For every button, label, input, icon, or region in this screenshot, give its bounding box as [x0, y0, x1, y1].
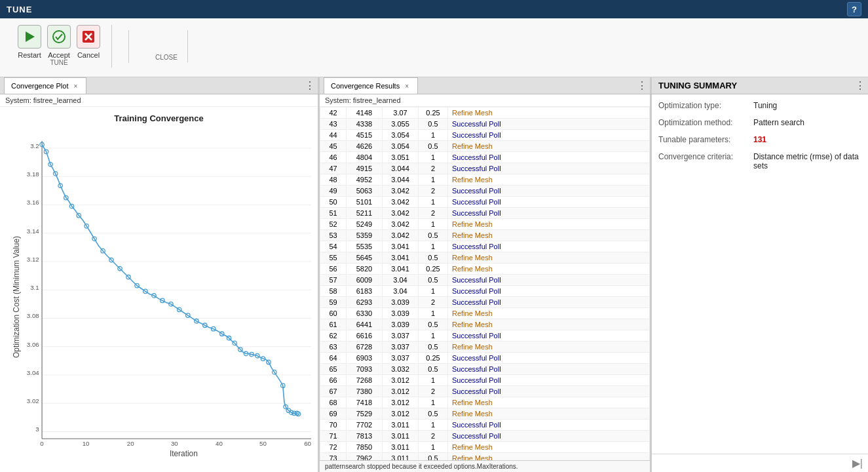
cell-cost: 3.012: [383, 386, 419, 397]
tab-convergence-results-label: Convergence Results: [331, 82, 400, 90]
cell-cost: 3.041: [383, 241, 419, 252]
cell-iter: 44: [320, 130, 347, 141]
right-panel-menu[interactable]: ⋮: [852, 79, 868, 92]
table-row: 54 5535 3.041 1 Successful Poll: [320, 241, 650, 252]
cell-status: Successful Poll: [448, 420, 650, 431]
cell-step: 0.25: [419, 108, 448, 119]
cancel-button[interactable]: Cancel: [75, 25, 102, 59]
cell-cost: 3.037: [383, 330, 419, 342]
summary-value-3: Distance metric (rmse) of data sets: [753, 152, 861, 170]
restart-icon: [18, 25, 41, 49]
cell-iter: 55: [320, 252, 347, 264]
tune-group-label: TUNE: [50, 59, 67, 68]
cell-cost: 3.011: [383, 442, 419, 453]
toolbar-divider: [128, 30, 129, 63]
table-row: 45 4626 3.054 0.5 Refine Mesh: [320, 141, 650, 152]
cell-step: 2: [419, 186, 448, 197]
restart-label: Restart: [18, 51, 41, 59]
summary-table: Optimization type: Tuning Optimization m…: [652, 94, 868, 185]
middle-tab-strip: Convergence Results × ⋮: [320, 77, 652, 94]
cell-status: Refine Mesh: [448, 174, 650, 186]
svg-text:30: 30: [171, 440, 178, 447]
svg-text:3.16: 3.16: [27, 199, 39, 206]
cell-cost: 3.039: [383, 297, 419, 308]
summary-row: Optimization method: Pattern search: [658, 118, 861, 127]
cell-evals: 5359: [347, 230, 383, 241]
cell-iter: 49: [320, 186, 347, 197]
summary-label-0: Optimization type:: [658, 101, 753, 110]
cell-status: Successful Poll: [448, 197, 650, 208]
cell-status: Successful Poll: [448, 386, 650, 397]
cell-evals: 5645: [347, 252, 383, 264]
cell-step: 2: [419, 297, 448, 308]
help-button[interactable]: ?: [847, 2, 861, 16]
table-row: 67 7380 3.012 2 Successful Poll: [320, 386, 650, 397]
cell-evals: 4338: [347, 119, 383, 130]
cell-iter: 50: [320, 197, 347, 208]
cell-iter: 67: [320, 386, 347, 397]
cell-step: 1: [419, 330, 448, 342]
cell-evals: 4915: [347, 163, 383, 174]
cell-cost: 3.07: [383, 108, 419, 119]
cell-status: Refine Mesh: [448, 397, 650, 408]
table-row: 49 5063 3.042 2 Successful Poll: [320, 186, 650, 197]
table-row: 53 5359 3.042 0.5 Refine Mesh: [320, 230, 650, 241]
table-row: 56 5820 3.041 0.25 Refine Mesh: [320, 264, 650, 275]
cell-cost: 3.011: [383, 431, 419, 442]
cell-cost: 3.042: [383, 186, 419, 197]
left-tab-strip: Convergence Plot × ⋮: [0, 77, 320, 94]
cell-evals: 7813: [347, 431, 383, 442]
cell-iter: 42: [320, 108, 347, 119]
results-table-wrapper: 42 4148 3.07 0.25 Refine Mesh 43 4338 3.…: [320, 107, 650, 472]
table-row: 48 4952 3.044 1 Refine Mesh: [320, 174, 650, 186]
middle-tab-menu[interactable]: ⋮: [634, 79, 650, 92]
cell-evals: 5101: [347, 197, 383, 208]
cell-status: Successful Poll: [448, 431, 650, 442]
cell-status: Successful Poll: [448, 186, 650, 197]
table-row: 59 6293 3.039 2 Successful Poll: [320, 297, 650, 308]
accept-button[interactable]: Accept: [46, 25, 72, 59]
cell-status: Refine Mesh: [448, 141, 650, 152]
cell-cost: 3.011: [383, 453, 419, 461]
results-table-scroll[interactable]: 42 4148 3.07 0.25 Refine Mesh 43 4338 3.…: [320, 107, 650, 460]
cell-cost: 3.012: [383, 375, 419, 386]
cell-cost: 3.032: [383, 364, 419, 375]
summary-row: Optimization type: Tuning: [658, 101, 861, 110]
cell-evals: 5063: [347, 186, 383, 197]
tab-convergence-plot[interactable]: Convergence Plot ×: [4, 77, 86, 94]
table-row: 51 5211 3.042 2 Successful Poll: [320, 208, 650, 219]
cell-iter: 66: [320, 375, 347, 386]
cell-iter: 64: [320, 353, 347, 364]
svg-text:3.18: 3.18: [27, 170, 39, 178]
summary-value-1: Pattern search: [753, 118, 804, 127]
tab-convergence-plot-label: Convergence Plot: [11, 82, 68, 90]
accept-label: Accept: [48, 51, 70, 59]
restart-button[interactable]: Restart: [16, 25, 43, 59]
close-group-label: CLOSE: [155, 54, 178, 62]
cell-iter: 71: [320, 431, 347, 442]
cell-iter: 65: [320, 364, 347, 375]
tuning-summary-title: TUNING SUMMARY: [658, 81, 737, 90]
tab-convergence-results-close[interactable]: ×: [403, 82, 411, 90]
cell-cost: 3.054: [383, 141, 419, 152]
cell-status: Successful Poll: [448, 130, 650, 141]
cell-status: Successful Poll: [448, 353, 650, 364]
cell-evals: 6183: [347, 286, 383, 297]
svg-text:3.02: 3.02: [27, 397, 39, 404]
chart-title: Training Convergence: [7, 113, 311, 123]
tab-convergence-results[interactable]: Convergence Results ×: [324, 77, 418, 94]
toolbar-group-tune: Restart Accept Cancel TUNE: [7, 25, 112, 68]
cell-step: 1: [419, 197, 448, 208]
cell-status: Refine Mesh: [448, 252, 650, 264]
cell-iter: 51: [320, 208, 347, 219]
cell-step: 2: [419, 386, 448, 397]
cell-cost: 3.039: [383, 319, 419, 330]
left-tab-menu[interactable]: ⋮: [302, 79, 318, 92]
cell-status: Refine Mesh: [448, 342, 650, 353]
table-row: 69 7529 3.012 0.5 Refine Mesh: [320, 408, 650, 420]
tab-convergence-plot-close[interactable]: ×: [71, 82, 79, 90]
svg-text:60: 60: [304, 440, 311, 447]
table-row: 50 5101 3.042 1 Successful Poll: [320, 197, 650, 208]
table-row: 46 4804 3.051 1 Successful Poll: [320, 152, 650, 163]
svg-point-1: [53, 31, 65, 43]
